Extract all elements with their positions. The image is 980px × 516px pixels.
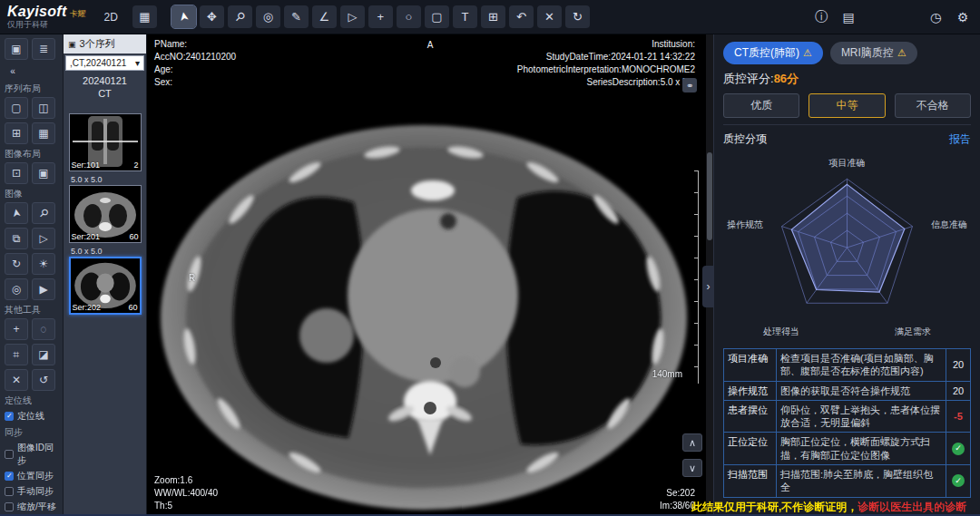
grade-fail-button[interactable]: 不合格 — [895, 93, 971, 118]
study-group-label: 20240121 CT — [64, 73, 146, 102]
crosshair-tool-button[interactable]: ◎ — [256, 5, 280, 28]
table-row: 扫描范围 扫描范围:肺尖至肺底，胸壁组织包全 ✓ — [724, 465, 970, 497]
settings-gear-icon[interactable]: ⚙ — [953, 10, 973, 24]
table-row: 患者摆位 仰卧位，双臂上举抱头，患者体位摆放合适，无明显偏斜 -5 — [724, 401, 970, 433]
angle-measure-tool-button[interactable]: ∠ — [312, 5, 337, 28]
sync-position-row[interactable]: 位置同步 — [5, 470, 59, 482]
series-thumbnail-202-selected[interactable]: Ser:202 60 — [69, 257, 142, 315]
cursor-tool-button[interactable]: ➤ — [172, 5, 196, 28]
row-desc: 图像的获取是否符合操作规范 — [777, 382, 946, 400]
image-copy-button[interactable]: ⧉ — [5, 228, 28, 249]
sync-zoom-pan-row[interactable]: 缩放/平移 — [5, 501, 59, 513]
collapse-sidebar-button[interactable]: « — [5, 63, 21, 79]
radar-label-info: 信息准确 — [931, 219, 967, 231]
image-brightness-button[interactable]: ☀ — [32, 253, 55, 275]
series-thumbnail-201[interactable]: Ser:201 60 — [69, 185, 142, 243]
sync-zoom-pan-label: 缩放/平移 — [17, 501, 56, 513]
grade-medium-button[interactable]: 中等 — [808, 93, 885, 118]
layout-tool-button[interactable]: ⊞ — [481, 5, 505, 28]
image-layout-grid-button[interactable]: ⊡ — [5, 162, 28, 184]
qc-radar-chart: 项目准确 信息准确 满足需求 处理得当 操作规范 — [723, 153, 971, 342]
locator-line-checkbox-row[interactable]: 定位线 — [5, 410, 59, 423]
sync-position-checkbox[interactable] — [5, 472, 14, 481]
tab-mri-brain-qc[interactable]: MRI脑质控 ⚠ — [830, 42, 917, 64]
image-play-button[interactable]: ▶ — [32, 278, 55, 300]
play-select-tool-button[interactable]: ▷ — [340, 5, 365, 28]
link-icon: ⚭ — [686, 81, 693, 91]
study-select-dropdown[interactable]: ,CT,20240121 ▾ — [65, 55, 144, 71]
image-layout-cells-button[interactable]: ▣ — [32, 162, 55, 184]
slice-scrollbar-thumb[interactable] — [707, 152, 712, 240]
sync-zoom-pan-checkbox[interactable] — [5, 502, 14, 511]
series-thumbnail-101[interactable]: Ser:101 2 — [69, 113, 142, 171]
layout-1x2-button[interactable]: ◫ — [32, 97, 55, 119]
image-send-button[interactable]: ▷ — [32, 228, 55, 249]
list-icon: ≣ — [39, 43, 48, 55]
layout-2x2-button[interactable]: ⊞ — [5, 122, 28, 144]
layout-1x2-icon: ◫ — [38, 102, 48, 114]
grade-excellent-button[interactable]: 优质 — [723, 93, 799, 118]
pan-tool-button[interactable]: ✥ — [200, 5, 224, 28]
photometric-interpretation: PhotometricInterpretation:MONOCHROME2 — [517, 63, 695, 76]
rectangle-icon: ▢ — [431, 10, 442, 24]
export-image-tool-button[interactable]: ▦ — [132, 5, 157, 28]
tab-ct-lung-qc[interactable]: CT质控(肺部) ⚠ — [723, 42, 823, 64]
sync-manual-label: 手动同步 — [17, 485, 54, 498]
chevron-down-icon: ∨ — [689, 462, 696, 474]
other-comment-button[interactable]: ◌ — [32, 318, 55, 340]
image-target-button[interactable]: ◎ — [5, 278, 28, 300]
ct-image-viewport[interactable]: PName: AccNO:2401210200 Age: Sex: A Inst… — [147, 34, 713, 516]
ellipse-roi-tool-button[interactable]: ○ — [397, 5, 421, 28]
row-desc: 仰卧位，双臂上举抱头，患者体位摆放合适，无明显偏斜 — [777, 401, 946, 433]
panel-collapse-handle[interactable]: › — [702, 266, 714, 307]
series-list-button[interactable]: ≣ — [32, 38, 55, 60]
image-zoom-button[interactable]: ⚲ — [32, 202, 55, 224]
text-tool-button[interactable]: T — [453, 5, 477, 28]
add-tool-button[interactable]: + — [368, 5, 393, 28]
zoom-tool-button[interactable]: ⚲ — [228, 5, 252, 28]
other-eraser-button[interactable]: ◪ — [32, 344, 55, 365]
report-doc-icon[interactable]: ▤ — [838, 10, 858, 24]
undo-tool-button[interactable]: ↶ — [509, 5, 534, 28]
image-rotate-button[interactable]: ↻ — [5, 253, 28, 275]
rotate-reset-icon: ↻ — [573, 10, 583, 24]
play-cursor-icon: ▷ — [348, 10, 357, 24]
other-grid-button[interactable]: ⌗ — [5, 344, 28, 365]
info-icon[interactable]: ⓘ — [811, 9, 831, 25]
series-link-button[interactable]: ⚭ — [682, 78, 697, 92]
annotate-tool-button[interactable]: ✎ — [284, 5, 309, 28]
history-clock-icon[interactable]: ◷ — [926, 10, 946, 24]
radar-label-handling: 处理得当 — [763, 326, 799, 338]
row-score: 20 — [946, 349, 970, 381]
copy-icon: ⧉ — [13, 232, 21, 245]
sync-image-id-checkbox[interactable] — [5, 450, 14, 459]
patient-name: PName: — [154, 38, 236, 51]
sync-manual-checkbox[interactable] — [5, 487, 14, 496]
disclaimer-part1: 此结果仅用于科研,不作诊断证明， — [691, 501, 858, 513]
slice-info-overlay: Se:202 Im:38/60 — [660, 487, 695, 512]
ct-axial-image — [147, 34, 713, 516]
locator-line-checkbox[interactable] — [5, 412, 14, 421]
eraser-icon: ◪ — [38, 348, 48, 361]
previous-slice-button[interactable]: ∧ — [682, 433, 702, 452]
scale-ruler — [694, 170, 699, 384]
layout-3x3-button[interactable]: ▦ — [32, 122, 55, 144]
next-slice-button[interactable]: ∨ — [682, 459, 702, 477]
series-number: Se:202 — [660, 487, 695, 500]
sync-image-id-row[interactable]: 图像ID同步 — [5, 442, 59, 467]
grid-icon: ⌗ — [14, 348, 20, 361]
rect-roi-tool-button[interactable]: ▢ — [425, 5, 449, 28]
reset-tool-button[interactable]: ↻ — [565, 5, 590, 28]
chevron-right-icon: › — [707, 280, 710, 293]
delete-tool-button[interactable]: ✕ — [537, 5, 562, 28]
other-reset-button[interactable]: ↺ — [32, 369, 55, 391]
other-add-button[interactable]: + — [5, 318, 28, 340]
plus-icon: + — [377, 10, 385, 24]
other-close-button[interactable]: ✕ — [5, 369, 28, 391]
image-cursor-button[interactable]: ➤ — [5, 202, 28, 224]
sync-manual-row[interactable]: 手动同步 — [5, 485, 59, 498]
layout-1x1-button[interactable]: ▢ — [5, 97, 28, 119]
tab-ct-label: CT质控(肺部) — [734, 45, 799, 61]
panel-toggle-button[interactable]: ▣ — [5, 38, 28, 60]
report-link[interactable]: 报告 — [949, 131, 971, 147]
